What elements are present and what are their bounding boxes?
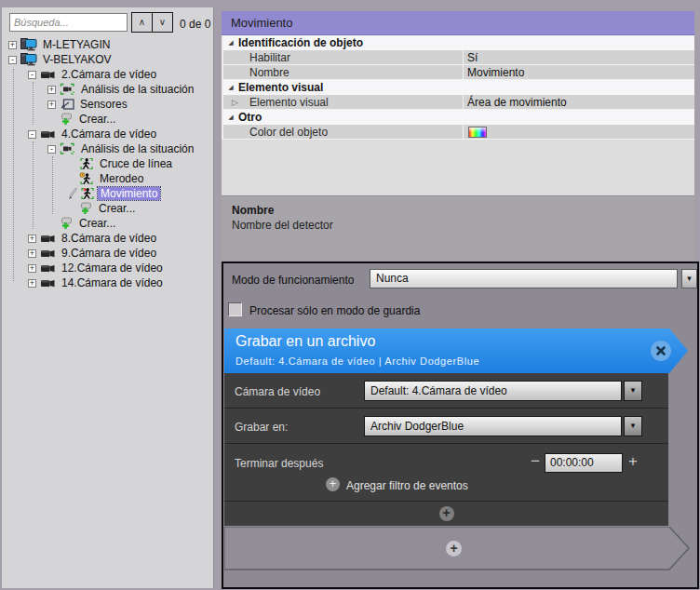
tree-item-label: Análisis de la situación [78, 83, 196, 96]
tree-item-label: V-BELYAKOV [40, 53, 114, 66]
situation-analysis-icon [60, 142, 75, 155]
expander-spacer [47, 115, 56, 124]
tree-item-análisis-de-la-situación[interactable]: +Análisis de la situación [2, 82, 213, 97]
camera-field-label: Cámara de vídeo [235, 385, 320, 398]
archive-field-row: Grabar en: Archiv DodgerBlue ▼ [224, 409, 668, 444]
tree-item-label: Merodeo [97, 172, 146, 185]
tree-item-12-cámara-de-vídeo[interactable]: +12.Cámara de vídeo [2, 261, 213, 275]
object-color-swatch[interactable] [468, 127, 487, 138]
operation-mode-dropdown[interactable]: Nunca [370, 269, 678, 288]
duration-decrement-button[interactable]: − [531, 452, 540, 471]
tree-item-label: M-LETYAGIN [40, 38, 113, 51]
tree-item-label: Crear... [96, 202, 138, 215]
add-action-row: + [224, 502, 668, 526]
tree-item-label: Crear... [76, 113, 118, 126]
expander-spacer [67, 175, 75, 183]
tree-item-crear[interactable]: Crear... [2, 112, 213, 127]
expander-icon[interactable]: + [28, 279, 36, 288]
add-macro-icon[interactable]: + [446, 541, 462, 556]
expander-icon[interactable]: - [28, 71, 36, 79]
tree-item-4-cámara-de-vídeo[interactable]: -4.Cámara de vídeo [2, 127, 213, 141]
device-tree-panel: ∧ ∨ 0 de 0 +M-LETYAGIN-V-BELYAKOV-2.Cáma… [2, 7, 214, 588]
property-value[interactable]: Sí [464, 50, 694, 64]
description-title: Nombre [232, 204, 684, 217]
row-expand-icon[interactable]: ▷ [232, 98, 238, 107]
operation-mode-dropdown-arrow-icon[interactable]: ▼ [681, 269, 697, 288]
duration-label: Terminar después [235, 457, 323, 470]
category-row-otro[interactable]: ◢ Otro [223, 110, 694, 125]
search-input[interactable] [9, 13, 128, 32]
expander-icon[interactable]: - [28, 130, 36, 139]
search-next-button[interactable]: ∨ [152, 12, 173, 33]
expander-icon[interactable]: + [8, 41, 17, 49]
expander-icon[interactable]: + [47, 86, 56, 94]
camera-dropdown[interactable]: Default: 4.Cámara de vídeo [364, 381, 622, 401]
archive-dropdown-arrow-icon[interactable]: ▼ [624, 416, 642, 436]
duration-row: Terminar después − 00:00:00 + + Agregar … [224, 444, 668, 502]
property-grid: ◢ Identificación de objeto Habilitar Sí … [222, 35, 694, 140]
create-icon [60, 217, 74, 230]
category-expand-icon[interactable]: ◢ [223, 114, 238, 121]
tree-item-label: Movimiento [98, 187, 160, 200]
situation-analysis-icon [60, 83, 75, 96]
tree-item-label: Crear... [76, 217, 118, 230]
record-action-card-header: Grabar en un archivo Default: 4.Cámara d… [224, 329, 688, 373]
tree-item-crear[interactable]: Crear... [2, 216, 213, 231]
tree-item-movimiento[interactable]: Movimiento [2, 186, 213, 201]
property-row-color[interactable]: Color del objeto [223, 125, 694, 140]
camera-icon [40, 128, 56, 141]
property-row-nombre[interactable]: Nombre Movimiento [223, 65, 694, 80]
tree-item-cruce-de-línea[interactable]: Cruce de línea [2, 156, 213, 171]
tree-item-14-cámara-de-vídeo[interactable]: +14.Cámara de vídeo [2, 275, 213, 290]
tree-item-label: Sensores [77, 98, 130, 111]
property-value[interactable]: Movimiento [464, 65, 694, 79]
tree-item-9-cámara-de-vídeo[interactable]: +9.Cámara de vídeo [2, 246, 213, 261]
category-row-visual[interactable]: ◢ Elemento visual [223, 80, 694, 95]
expander-spacer [67, 205, 75, 213]
expander-icon[interactable]: - [8, 56, 17, 64]
record-action-subtitle: Default: 4.Cámara de vídeo | Archiv Dodg… [236, 355, 479, 367]
camera-dropdown-arrow-icon[interactable]: ▼ [624, 381, 642, 401]
tree-item-2-cámara-de-vídeo[interactable]: -2.Cámara de vídeo [2, 67, 213, 82]
expander-icon[interactable]: + [47, 101, 56, 109]
expander-icon[interactable]: - [47, 145, 56, 154]
record-action-title: Grabar en un archivo [236, 333, 375, 350]
expander-icon[interactable]: + [28, 235, 36, 243]
person-detector-icon [79, 157, 94, 170]
tree-item-8-cámara-de-vídeo[interactable]: +8.Cámara de vídeo [2, 231, 213, 246]
duration-value-field[interactable]: 00:00:00 [545, 453, 623, 473]
property-value[interactable]: Área de movimiento [464, 95, 694, 109]
operation-mode-label: Modo de funcionamiento [232, 274, 354, 287]
property-row-habilitar[interactable]: Habilitar Sí [223, 50, 694, 65]
category-row-identification[interactable]: ◢ Identificación de objeto [223, 35, 694, 50]
add-filter-icon[interactable]: + [326, 477, 340, 491]
property-panel-title: Movimiento [222, 11, 694, 35]
category-expand-icon[interactable]: ◢ [223, 39, 238, 47]
expander-icon[interactable]: + [28, 249, 36, 258]
expander-icon[interactable]: + [28, 264, 36, 273]
tree-item-sensores[interactable]: +Sensores [2, 97, 213, 112]
add-action-icon[interactable]: + [439, 506, 454, 521]
property-panel: Movimiento ◢ Identificación de objeto Ha… [222, 11, 694, 261]
sensor-icon [60, 99, 74, 111]
tree-item-label: 4.Cámara de vídeo [59, 127, 159, 141]
expander-spacer [67, 160, 75, 168]
tree-item-merodeo[interactable]: Merodeo [2, 171, 213, 186]
guard-mode-checkbox[interactable] [228, 302, 242, 316]
tree-item-m-letyagin[interactable]: +M-LETYAGIN [2, 37, 213, 52]
add-event-filter-label[interactable]: Agregar filtro de eventos [346, 479, 468, 492]
tree-item-crear[interactable]: Crear... [2, 201, 213, 216]
category-expand-icon[interactable]: ◢ [223, 84, 238, 91]
duration-increment-button[interactable]: + [628, 452, 638, 471]
tree-item-label: 9.Cámara de vídeo [59, 247, 159, 260]
archive-dropdown[interactable]: Archiv DodgerBlue [364, 416, 622, 436]
search-previous-button[interactable]: ∧ [131, 12, 153, 33]
tree-item-análisis-de-la-situación[interactable]: -Análisis de la situación [2, 141, 213, 156]
guard-mode-label: Procesar sólo en modo de guardia [249, 304, 420, 317]
property-row-elemento-visual[interactable]: ▷ Elemento visual Área de movimiento [223, 95, 694, 110]
tree-item-label: Cruce de línea [97, 157, 175, 170]
close-action-button[interactable] [651, 341, 671, 361]
add-macro-band[interactable]: + [224, 527, 690, 570]
device-tree: +M-LETYAGIN-V-BELYAKOV-2.Cámara de vídeo… [2, 37, 213, 290]
tree-item-v-belyakov[interactable]: -V-BELYAKOV [2, 52, 213, 67]
